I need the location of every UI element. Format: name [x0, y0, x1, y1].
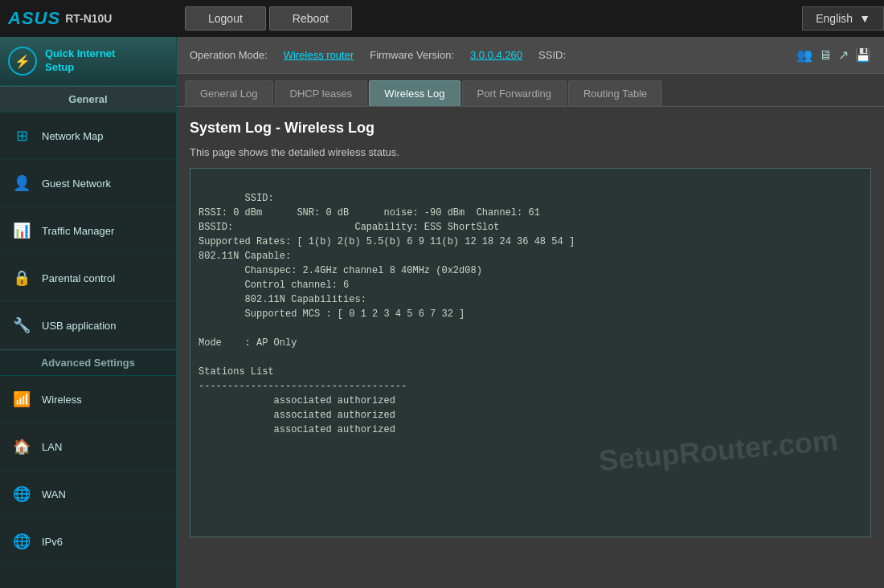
- log-area: System Log - Wireless Log This page show…: [177, 107, 884, 588]
- content-area: Operation Mode: Wireless router Firmware…: [177, 37, 884, 588]
- sidebar-item-label: IPv6: [42, 536, 63, 548]
- tab-general-log[interactable]: General Log: [185, 80, 273, 106]
- sidebar-item-label: Traffic Manager: [42, 225, 114, 237]
- operation-mode-label: Operation Mode:: [190, 49, 268, 61]
- sidebar-item-label: USB application: [42, 320, 117, 332]
- save-icon[interactable]: 💾: [855, 47, 871, 63]
- firmware-version-label: Firmware Version:: [370, 49, 454, 61]
- sidebar-item-wireless[interactable]: 📶 Wireless: [0, 376, 176, 423]
- quick-setup-label: Quick InternetSetup: [45, 47, 115, 75]
- reboot-button[interactable]: Reboot: [269, 6, 352, 31]
- tab-routing-table[interactable]: Routing Table: [568, 80, 662, 106]
- tab-port-forwarding[interactable]: Port Forwarding: [462, 80, 567, 106]
- sidebar-item-label: LAN: [42, 441, 62, 453]
- monitor-icon[interactable]: 🖥: [819, 48, 832, 63]
- traffic-manager-icon: 📊: [10, 218, 34, 243]
- sidebar-item-guest-network[interactable]: 👤 Guest Network: [0, 160, 176, 207]
- sidebar-item-lan[interactable]: 🏠 LAN: [0, 423, 176, 471]
- logout-button[interactable]: Logout: [185, 6, 266, 31]
- sidebar-item-usb-application[interactable]: 🔧 USB application: [0, 302, 176, 349]
- advanced-section-title: Advanced Settings: [0, 349, 176, 376]
- logo-brand: ASUS: [8, 8, 60, 29]
- firmware-version-link[interactable]: 3.0.0.4.260: [470, 49, 522, 61]
- header-icons: 👥 🖥 ↗ 💾: [796, 47, 871, 63]
- lan-icon: 🏠: [10, 435, 34, 459]
- parental-control-icon: 🔒: [10, 266, 34, 290]
- users-icon[interactable]: 👥: [796, 47, 812, 63]
- network-map-icon: ⊞: [10, 124, 34, 148]
- sidebar-item-traffic-manager[interactable]: 📊 Traffic Manager: [0, 207, 176, 255]
- wan-icon: 🌐: [10, 482, 34, 506]
- logo-model: RT-N10U: [65, 12, 112, 25]
- quick-setup-icon: ⚡: [8, 47, 37, 76]
- chevron-down-icon: ▼: [859, 12, 870, 25]
- watermark: SetupRouter.com: [597, 419, 840, 483]
- wireless-icon: 📶: [10, 387, 34, 411]
- sidebar-item-wan[interactable]: 🌐 WAN: [0, 471, 176, 518]
- ssid-label: SSID:: [538, 49, 566, 61]
- sidebar-item-label: Guest Network: [42, 178, 111, 190]
- top-buttons: Logout Reboot: [185, 6, 352, 31]
- log-description: This page shows the detailed wireless st…: [190, 146, 871, 158]
- tab-wireless-log[interactable]: Wireless Log: [369, 80, 460, 106]
- log-content-box[interactable]: SSID: RSSI: 0 dBm SNR: 0 dB noise: -90 d…: [190, 168, 871, 537]
- sidebar-item-ipv6[interactable]: 🌐 IPv6: [0, 518, 176, 566]
- usb-application-icon: 🔧: [10, 313, 34, 337]
- language-selector[interactable]: English ▼: [802, 6, 884, 31]
- operation-mode-link[interactable]: Wireless router: [284, 49, 354, 61]
- sidebar: ⚡ Quick InternetSetup General ⊞ Network …: [0, 37, 177, 588]
- top-bar: ASUS RT-N10U Logout Reboot English ▼: [0, 0, 884, 37]
- share-icon[interactable]: ↗: [838, 47, 849, 63]
- sidebar-item-network-map[interactable]: ⊞ Network Map: [0, 112, 176, 160]
- sidebar-item-label: WAN: [42, 488, 66, 500]
- sidebar-item-label: Wireless: [42, 394, 82, 406]
- log-title: System Log - Wireless Log: [190, 120, 871, 137]
- tab-dhcp-leases[interactable]: DHCP leases: [275, 80, 368, 106]
- language-label: English: [816, 12, 853, 25]
- sidebar-item-label: Network Map: [42, 130, 104, 142]
- main-layout: ⚡ Quick InternetSetup General ⊞ Network …: [0, 37, 884, 588]
- operation-bar: Operation Mode: Wireless router Firmware…: [177, 37, 884, 74]
- tabs-bar: General Log DHCP leases Wireless Log Por…: [177, 74, 884, 107]
- quick-internet-setup[interactable]: ⚡ Quick InternetSetup: [0, 37, 176, 86]
- general-section-title: General: [0, 86, 176, 112]
- sidebar-item-label: Parental control: [42, 272, 115, 284]
- ipv6-icon: 🌐: [10, 529, 34, 553]
- log-text: SSID: RSSI: 0 dBm SNR: 0 dB noise: -90 d…: [198, 193, 575, 435]
- sidebar-item-parental-control[interactable]: 🔒 Parental control: [0, 255, 176, 302]
- logo-area: ASUS RT-N10U: [0, 0, 177, 37]
- guest-network-icon: 👤: [10, 171, 34, 195]
